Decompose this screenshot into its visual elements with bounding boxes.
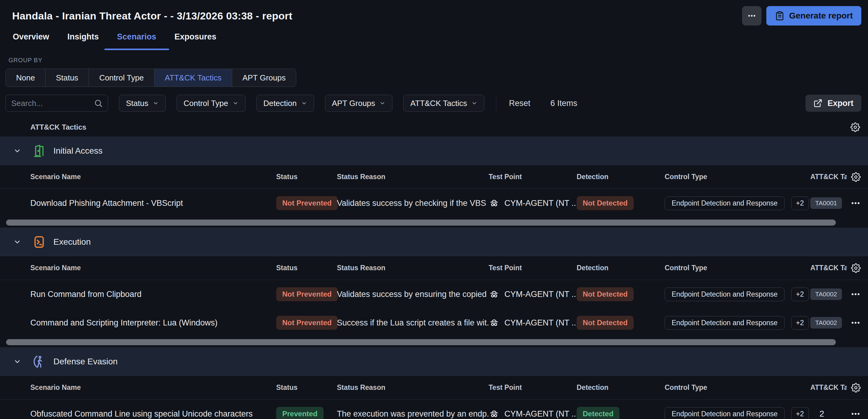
col-detection[interactable]: Detection xyxy=(577,264,665,272)
reset-filters-button[interactable]: Reset xyxy=(509,99,530,108)
col-detection[interactable]: Detection xyxy=(577,384,665,392)
col-scenario-name[interactable]: Scenario Name xyxy=(30,384,276,392)
row-menu-icon[interactable] xyxy=(850,289,861,299)
filter-attack-tactics-label: ATT&CK Tactics xyxy=(410,99,467,108)
filter-status[interactable]: Status xyxy=(119,95,166,112)
defense-evasion-icon xyxy=(32,355,46,368)
scenario-name[interactable]: Download Phishing Attachment - VBScript xyxy=(30,199,276,208)
col-status-reason[interactable]: Status Reason xyxy=(337,264,489,272)
chevron-down-icon[interactable] xyxy=(13,358,21,365)
chevron-down-icon[interactable] xyxy=(13,147,21,155)
table-row[interactable]: Obfuscated Command Line using special Un… xyxy=(0,399,868,419)
group-by-attack-tactics[interactable]: ATT&CK Tactics xyxy=(154,69,232,87)
col-test-point[interactable]: Test Point xyxy=(489,264,577,272)
group-by-label: GROUP BY xyxy=(8,57,868,64)
control-type-more-pill[interactable]: +2 xyxy=(791,316,809,330)
group-defense-evasion: Defense Evasion Scenario Name Status Sta… xyxy=(0,347,868,419)
chevron-down-icon[interactable] xyxy=(13,238,21,246)
filter-control-type[interactable]: Control Type xyxy=(177,95,246,112)
col-status[interactable]: Status xyxy=(276,264,337,272)
gear-icon[interactable] xyxy=(851,263,861,273)
group-row-defense-evasion[interactable]: Defense Evasion xyxy=(0,347,868,376)
gear-icon[interactable] xyxy=(851,172,861,182)
spy-agent-icon xyxy=(489,198,500,209)
detection-badge: Not Detected xyxy=(577,196,634,210)
status-reason: Success if the Lua script creates a file… xyxy=(337,318,489,328)
tab-scenarios[interactable]: Scenarios xyxy=(117,32,156,50)
scrollbar-thumb[interactable] xyxy=(6,219,836,226)
tactic-tag: TA0002 xyxy=(810,317,842,329)
status-badge: Not Prevented xyxy=(276,287,338,301)
spy-agent-icon xyxy=(489,289,500,300)
col-status[interactable]: Status xyxy=(276,384,337,392)
search-box[interactable] xyxy=(5,95,108,112)
filter-bar: Status Control Type Detection APT Groups… xyxy=(5,95,861,112)
group-row-execution[interactable]: Execution xyxy=(0,228,868,256)
row-menu-icon[interactable] xyxy=(850,198,861,208)
col-test-point[interactable]: Test Point xyxy=(489,384,577,392)
control-type-more-pill[interactable]: +2 xyxy=(791,407,809,419)
test-point: CYM-AGENT (NT ... xyxy=(504,199,577,208)
test-point: CYM-AGENT (NT ... xyxy=(504,290,577,299)
scenario-name[interactable]: Command and Scripting Interpreter: Lua (… xyxy=(30,318,276,328)
export-icon xyxy=(813,99,823,108)
table-row[interactable]: Command and Scripting Interpreter: Lua (… xyxy=(0,308,868,337)
tab-exposures[interactable]: Exposures xyxy=(175,32,216,50)
test-point: CYM-AGENT (NT ... xyxy=(504,409,577,419)
group-by-control-type[interactable]: Control Type xyxy=(89,69,154,87)
search-input[interactable] xyxy=(11,99,94,108)
generate-report-label: Generate report xyxy=(789,11,853,21)
col-attack-tactics[interactable]: ATT&CK Tactics xyxy=(810,173,847,181)
tab-insights[interactable]: Insights xyxy=(67,32,99,50)
control-type-more-pill[interactable]: +2 xyxy=(791,288,809,301)
filter-control-type-label: Control Type xyxy=(184,99,228,108)
col-attack-tactics[interactable]: ATT&CK Tactics xyxy=(810,384,847,392)
col-status[interactable]: Status xyxy=(276,173,337,181)
filter-apt-groups-label: APT Groups xyxy=(332,99,375,108)
col-test-point[interactable]: Test Point xyxy=(489,173,577,181)
spy-agent-icon xyxy=(489,408,500,419)
table-row[interactable]: Download Phishing Attachment - VBScript … xyxy=(0,189,868,217)
filter-detection[interactable]: Detection xyxy=(256,95,314,112)
scenario-name[interactable]: Run Command from Clipboard xyxy=(30,290,276,299)
col-control-type[interactable]: Control Type xyxy=(665,173,810,181)
col-scenario-name[interactable]: Scenario Name xyxy=(30,264,276,272)
row-menu-icon[interactable] xyxy=(850,409,861,419)
col-detection[interactable]: Detection xyxy=(577,173,665,181)
horizontal-scrollbar xyxy=(6,339,862,345)
group-row-initial-access[interactable]: Initial Access xyxy=(0,137,868,165)
group-initial-access: Initial Access Scenario Name Status Stat… xyxy=(0,137,868,226)
horizontal-scrollbar xyxy=(6,219,862,226)
generate-report-button[interactable]: Generate report xyxy=(766,6,861,26)
col-scenario-name[interactable]: Scenario Name xyxy=(30,173,276,181)
export-button[interactable]: Export xyxy=(805,95,861,112)
row-menu-icon[interactable] xyxy=(850,318,861,328)
col-attack-tactics[interactable]: ATT&CK Tactics xyxy=(810,264,847,272)
outer-group-header-label: ATT&CK Tactics xyxy=(30,123,86,131)
column-header-row: Scenario Name Status Status Reason Test … xyxy=(0,165,868,189)
filter-apt-groups[interactable]: APT Groups xyxy=(325,95,393,112)
group-by-apt-groups[interactable]: APT Groups xyxy=(232,69,296,87)
detection-badge: Detected xyxy=(577,407,619,419)
gear-icon[interactable] xyxy=(851,383,861,393)
scenario-name[interactable]: Obfuscated Command Line using special Un… xyxy=(30,409,276,419)
group-name: Execution xyxy=(54,237,91,247)
tab-overview[interactable]: Overview xyxy=(13,32,49,50)
col-status-reason[interactable]: Status Reason xyxy=(337,173,489,181)
status-badge: Not Prevented xyxy=(276,316,338,330)
group-by-none[interactable]: None xyxy=(6,69,45,87)
group-by-status[interactable]: Status xyxy=(45,69,89,87)
gear-icon[interactable] xyxy=(850,122,860,132)
page-title: Handala - Iranian Threat Actor - - 3/13/… xyxy=(12,10,292,22)
scrollbar-thumb[interactable] xyxy=(6,339,836,345)
col-status-reason[interactable]: Status Reason xyxy=(337,384,489,392)
filter-attack-tactics[interactable]: ATT&CK Tactics xyxy=(403,95,485,112)
test-point: CYM-AGENT (NT ... xyxy=(504,318,577,328)
col-control-type[interactable]: Control Type xyxy=(665,264,810,272)
more-actions-button[interactable] xyxy=(742,6,762,26)
scenarios-table: ATT&CK Tactics Initial Access Scenario N… xyxy=(0,118,868,419)
control-type-more-pill[interactable]: +2 xyxy=(791,197,809,210)
chevron-down-icon xyxy=(232,100,239,106)
col-control-type[interactable]: Control Type xyxy=(665,384,810,392)
table-row[interactable]: Run Command from Clipboard Not Prevented… xyxy=(0,280,868,308)
